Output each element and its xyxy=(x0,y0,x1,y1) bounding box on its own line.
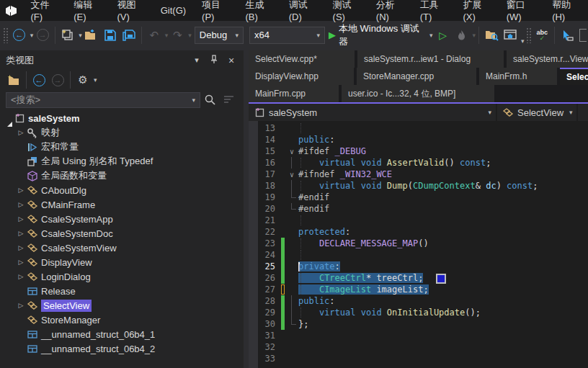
spell-checker-button[interactable]: abc ✓ xyxy=(533,26,551,45)
fold-marker[interactable]: ∨ xyxy=(285,145,298,157)
search-history-dropdown[interactable]: ▾ xyxy=(192,97,195,104)
solution-platform-select[interactable]: x64 ▾ xyxy=(249,27,325,44)
select-element-button[interactable] xyxy=(558,26,576,45)
type-scope-select[interactable]: SelectView ▾ xyxy=(497,104,578,121)
tree-item--[interactable]: 宏和常量 xyxy=(0,140,244,154)
tree-item-displayview[interactable]: ▷DisplayView xyxy=(0,255,244,269)
code-line-15[interactable]: 15∨#ifdef _DEBUG xyxy=(249,145,588,157)
menu-item-n[interactable]: 分析(N) xyxy=(368,0,412,21)
document-tab-storemanager-cpp[interactable]: StoreManager.cpp xyxy=(357,68,476,85)
clear-search-filter-button[interactable] xyxy=(220,91,237,109)
new-project-dropdown[interactable]: ▾ xyxy=(79,32,82,39)
tree-item-__unnamed_struct_06b4_1[interactable]: __unnamed_struct_06b4_1 xyxy=(0,327,244,341)
code-text[interactable]: public: xyxy=(298,295,588,307)
undo-button[interactable]: ↶ xyxy=(146,26,163,45)
tree-item-csalesystemview[interactable]: ▷CsaleSystemView xyxy=(0,241,244,255)
class-view-titlebar[interactable]: 类视图 ▾ × xyxy=(0,50,244,70)
code-text[interactable]: }; xyxy=(298,318,588,330)
menu-item-w[interactable]: 窗口(W) xyxy=(499,0,544,21)
save-all-button[interactable] xyxy=(120,26,138,45)
code-line-21[interactable]: 21 xyxy=(249,215,588,226)
tree-item--[interactable]: ▷映射 xyxy=(0,125,244,140)
tree-item--using-typedef[interactable]: 全局 Using 别名和 Typedef xyxy=(0,154,244,169)
pin-icon[interactable] xyxy=(208,55,220,66)
menu-item-s[interactable]: 测试(S) xyxy=(325,0,368,21)
code-line-22[interactable]: 22protected: xyxy=(249,226,588,238)
solution-explorer-button[interactable] xyxy=(502,26,519,45)
settings-dropdown[interactable]: ▾ xyxy=(94,76,97,84)
classview-back-button[interactable]: ← xyxy=(30,71,48,89)
code-line-19[interactable]: 19#endif xyxy=(249,192,588,203)
code-text[interactable]: virtual void AssertValid() const; xyxy=(298,157,588,169)
expander-icon[interactable]: ▷ xyxy=(16,259,26,266)
code-line-16[interactable]: 16 virtual void AssertValid() const; xyxy=(249,157,588,169)
tree-item-storemanager[interactable]: StoreManager xyxy=(0,313,244,327)
tree-item-csalesystemapp[interactable]: ▷CsaleSystemApp xyxy=(0,212,244,226)
tree-item-release[interactable]: Release xyxy=(0,284,244,298)
document-tab-mainfrm-cpp[interactable]: MainFrm.cpp xyxy=(249,85,339,102)
expander-icon[interactable]: ▷ xyxy=(16,201,26,208)
code-text[interactable] xyxy=(298,341,588,353)
expander-icon[interactable]: ▷ xyxy=(16,273,26,280)
solution-configuration-select[interactable]: Debug ▾ xyxy=(195,27,244,44)
document-tab-displayview-hpp[interactable]: DisplayView.hpp xyxy=(249,68,354,85)
fold-marker[interactable]: ∨ xyxy=(285,169,298,180)
code-line-25[interactable]: 25private: xyxy=(249,261,588,272)
document-tab-salesystem-r-view[interactable]: saleSystem.r...View xyxy=(507,50,588,68)
code-text[interactable]: CImageList imageList; xyxy=(298,284,588,295)
undo-dropdown[interactable]: ▾ xyxy=(165,32,169,39)
code-text[interactable]: protected: xyxy=(298,226,588,238)
code-text[interactable]: #endif xyxy=(298,203,588,215)
expander-icon[interactable]: ▷ xyxy=(16,215,26,223)
classview-forward-button[interactable]: → xyxy=(49,71,66,89)
code-line-30[interactable]: 30}; xyxy=(249,318,588,330)
tree-item-__unnamed_struct_06b4_2[interactable]: __unnamed_struct_06b4_2 xyxy=(0,341,244,356)
code-editor[interactable]: 1314public:15∨#ifdef _DEBUG16 virtual vo… xyxy=(249,121,588,368)
menu-item-v[interactable]: 视图(V) xyxy=(109,0,152,21)
navigate-backward-button[interactable]: ← xyxy=(11,26,28,45)
search-button[interactable] xyxy=(201,91,218,109)
search-input[interactable]: <搜索> ▾ xyxy=(6,92,200,108)
expander-icon[interactable]: ▷ xyxy=(16,244,26,251)
code-text[interactable]: private: xyxy=(298,261,588,272)
find-in-files-button[interactable] xyxy=(483,26,500,45)
code-line-13[interactable]: 13 xyxy=(249,122,588,134)
window-position-dropdown[interactable]: ▾ xyxy=(190,55,203,65)
menu-item-d[interactable]: 调试(D) xyxy=(281,0,325,21)
code-line-31[interactable]: 31 xyxy=(249,330,588,341)
code-text[interactable] xyxy=(298,353,588,364)
menu-item-x[interactable]: 扩展(X) xyxy=(455,0,498,21)
open-file-button[interactable] xyxy=(83,26,100,45)
navigate-forward-button[interactable]: → xyxy=(34,26,51,45)
menu-item-f[interactable]: 文件(F) xyxy=(23,0,66,21)
menu-item-p[interactable]: 项目(P) xyxy=(194,0,237,21)
document-tab-salesystem-r-iew1-dialog[interactable]: saleSystem.r...iew1 - Dialog xyxy=(357,50,504,68)
expander-icon[interactable]: ▷ xyxy=(16,129,26,136)
code-text[interactable]: #ifdef _DEBUG xyxy=(298,145,588,157)
code-line-32[interactable]: 32 xyxy=(249,341,588,353)
code-text[interactable] xyxy=(298,249,588,261)
expander-icon[interactable]: ▷ xyxy=(16,230,26,237)
start-without-debugging-button[interactable]: ▷ xyxy=(435,26,452,45)
tree-item-csalesystemdoc[interactable]: ▷CsaleSystemDoc xyxy=(0,226,244,241)
tree-item-cmainframe[interactable]: ▷CMainFrame xyxy=(0,197,244,212)
code-line-24[interactable]: 24 xyxy=(249,249,588,261)
code-line-23[interactable]: 23 DECLARE_MESSAGE_MAP() xyxy=(249,238,588,249)
code-text[interactable]: virtual void Dump(CDumpContext& dc) cons… xyxy=(298,180,588,192)
new-project-button[interactable] xyxy=(59,26,76,45)
code-line-28[interactable]: 28public: xyxy=(249,295,588,307)
code-line-33[interactable]: 33 xyxy=(249,353,588,364)
hot-reload-dropdown[interactable]: ▾ xyxy=(473,32,476,39)
menu-item-h[interactable]: 帮助(H) xyxy=(544,0,588,21)
tree-item--[interactable]: 全局函数和变量 xyxy=(0,169,244,183)
new-folder-button[interactable] xyxy=(5,71,22,89)
code-line-14[interactable]: 14public: xyxy=(249,134,588,145)
navigate-backward-dropdown[interactable]: ▾ xyxy=(30,32,34,39)
code-text[interactable] xyxy=(298,122,588,134)
code-line-27[interactable]: 27 CImageList imageList; xyxy=(249,284,588,295)
code-text[interactable]: #ifndef _WIN32_WCE xyxy=(298,169,588,180)
document-tab-selectvi[interactable]: SelectVi xyxy=(560,68,588,85)
code-text[interactable]: CTreeCtrl* treeCtrl; xyxy=(298,272,588,284)
tree-item-logindialog[interactable]: ▷LoginDialog xyxy=(0,269,244,284)
redo-button[interactable]: ↷ xyxy=(169,26,186,45)
